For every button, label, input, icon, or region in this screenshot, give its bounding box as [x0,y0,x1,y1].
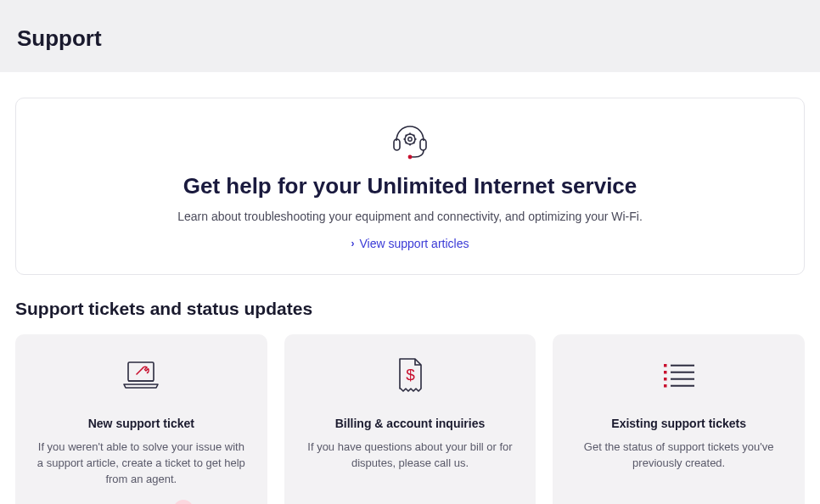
hero-card: Get help for your Unlimited Internet ser… [15,98,805,275]
link-label: View support articles [360,237,469,250]
header-bar: Support [0,0,820,72]
svg-rect-19 [664,384,667,388]
headset-gear-icon [50,122,770,161]
main-content: Get help for your Unlimited Internet ser… [0,72,820,504]
svg-rect-18 [664,378,667,381]
svg-text:$: $ [406,366,415,384]
card-description: Get the status of support tickets you've… [571,440,786,472]
hero-title: Get help for your Unlimited Internet ser… [50,173,770,199]
hero-description: Learn about troubleshooting your equipme… [50,210,770,223]
svg-point-2 [408,155,413,160]
list-icon [660,355,698,395]
invoice-dollar-icon: $ [392,355,428,395]
svg-rect-13 [128,362,154,381]
existing-tickets-card: Existing support tickets Get the status … [553,334,805,504]
billing-inquiries-card: $ Billing & account inquiries If you hav… [284,334,536,504]
card-description: If you weren't able to solve your issue … [34,440,249,488]
page-title: Support [17,25,803,52]
svg-point-4 [408,137,412,141]
svg-line-11 [413,135,414,136]
svg-rect-16 [664,364,667,367]
card-title: Billing & account inquiries [335,416,486,431]
card-title: New support ticket [88,416,194,431]
card-title: Existing support tickets [611,416,746,431]
svg-line-9 [406,135,407,136]
ticket-cards-grid: New support ticket If you weren't able t… [15,334,805,504]
svg-rect-17 [664,371,667,374]
svg-line-12 [406,143,407,143]
chevron-right-icon: › [351,238,355,249]
tickets-section-title: Support tickets and status updates [15,299,805,319]
laptop-wrench-icon [120,355,162,395]
view-support-articles-link[interactable]: › View support articles [351,237,469,250]
new-support-ticket-card: New support ticket If you weren't able t… [15,334,267,504]
svg-line-10 [413,143,414,143]
step-annotation-badge: 2 [173,500,194,504]
card-description: If you have questions about your bill or… [303,440,518,472]
